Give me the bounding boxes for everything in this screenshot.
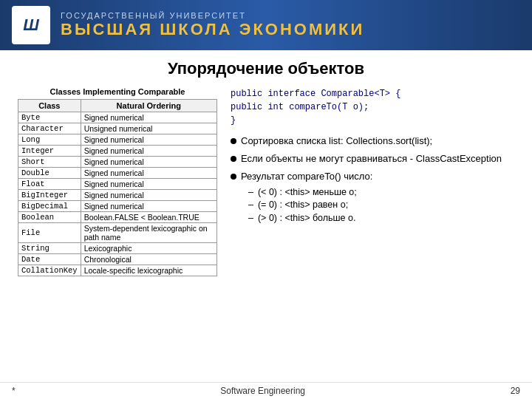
- page-title: Упорядочение объектов: [18, 59, 514, 78]
- bullets-list: Сортировка списка list: Collections.sort…: [231, 134, 514, 225]
- footer-right: 29: [511, 386, 520, 396]
- bullet-dot-icon: [231, 174, 236, 180]
- table-cell-class: CollationKey: [18, 265, 81, 276]
- table-cell-ordering: Locale-specific lexicographic: [81, 265, 216, 276]
- table-section: Classes Implementing Comparable Class Na…: [18, 87, 217, 276]
- table-row: BigIntegerSigned numerical: [18, 190, 217, 201]
- table-cell-ordering: Signed numerical: [81, 146, 216, 157]
- table-row: FloatSigned numerical: [18, 179, 217, 190]
- table-cell-class: Float: [18, 179, 81, 190]
- table-row: ByteSigned numerical: [18, 112, 217, 123]
- main-body: Classes Implementing Comparable Class Na…: [18, 87, 514, 276]
- sub-dash-icon: –: [248, 199, 253, 212]
- comparable-table: Class Natural Ordering ByteSigned numeri…: [18, 99, 217, 276]
- table-row: DoubleSigned numerical: [18, 168, 217, 179]
- table-cell-ordering: Signed numerical: [81, 168, 216, 179]
- table-cell-ordering: Signed numerical: [81, 179, 216, 190]
- bullet-dot-icon: [231, 156, 236, 162]
- bullet-text: Если объекты не могут сравниваться - Cla…: [241, 152, 502, 166]
- table-row: LongSigned numerical: [18, 134, 217, 146]
- code-line-1: public interface Comparable<T> {: [231, 87, 514, 100]
- logo-symbol: Ш: [23, 16, 39, 35]
- content-area: Упорядочение объектов Classes Implementi…: [0, 50, 532, 282]
- table-row: IntegerSigned numerical: [18, 146, 217, 157]
- table-cell-ordering: Signed numerical: [81, 112, 216, 123]
- logo: Ш: [12, 6, 50, 44]
- footer-left: *: [12, 386, 16, 396]
- table-cell-class: Byte: [18, 112, 81, 123]
- table-cell-class: Long: [18, 134, 81, 146]
- table-row: BigDecimalSigned numerical: [18, 201, 217, 212]
- table-cell-class: BigInteger: [18, 190, 81, 201]
- sub-bullet-text: (< 0) : <this> меньше о;: [258, 186, 357, 200]
- table-row: ShortSigned numerical: [18, 157, 217, 168]
- code-line-2: public int compareTo(T o);: [231, 100, 514, 114]
- table-row: StringLexicographic: [18, 243, 217, 254]
- table-caption: Classes Implementing Comparable: [18, 87, 217, 96]
- col-class: Class: [18, 100, 81, 112]
- table-cell-ordering: Unsigned numerical: [81, 123, 216, 134]
- table-row: BooleanBoolean.FALSE < Boolean.TRUE: [18, 212, 217, 223]
- table-cell-ordering: System-dependent lexicographic on path n…: [81, 223, 216, 243]
- table-row: CharacterUnsigned numerical: [18, 123, 217, 134]
- header-text: ГОСУДАРСТВЕННЫЙ УНИВЕРСИТЕТ ВЫСШАЯ ШКОЛА…: [61, 11, 364, 39]
- header-main-text: ВЫСШАЯ ШКОЛА ЭКОНОМИКИ: [61, 20, 364, 39]
- code-block: public interface Comparable<T> { public …: [231, 87, 514, 127]
- table-cell-class: Date: [18, 254, 81, 265]
- sub-dash-icon: –: [248, 186, 253, 200]
- header-top-text: ГОСУДАРСТВЕННЫЙ УНИВЕРСИТЕТ: [61, 11, 364, 20]
- header: Ш ГОСУДАРСТВЕННЫЙ УНИВЕРСИТЕТ ВЫСШАЯ ШКО…: [0, 0, 532, 50]
- table-cell-ordering: Signed numerical: [81, 201, 216, 212]
- sub-bullet-text: (= 0) : <this> равен о;: [258, 199, 348, 212]
- bullet-item: Если объекты не могут сравниваться - Cla…: [231, 152, 514, 166]
- code-line-3: }: [231, 114, 514, 127]
- sub-bullet-item: –(= 0) : <this> равен о;: [248, 199, 372, 212]
- sub-bullet-item: –(< 0) : <this> меньше о;: [248, 186, 372, 200]
- table-row: FileSystem-dependent lexicographic on pa…: [18, 223, 217, 243]
- table-row: DateChronological: [18, 254, 217, 265]
- sub-dash-icon: –: [248, 212, 253, 225]
- table-cell-class: Character: [18, 123, 81, 134]
- col-ordering: Natural Ordering: [81, 100, 216, 112]
- table-cell-class: Boolean: [18, 212, 81, 223]
- table-cell-class: Integer: [18, 146, 81, 157]
- table-cell-class: File: [18, 223, 81, 243]
- sub-bullet-item: –(> 0) : <this> больше о.: [248, 212, 372, 225]
- table-cell-ordering: Signed numerical: [81, 157, 216, 168]
- table-cell-class: String: [18, 243, 81, 254]
- table-cell-class: BigDecimal: [18, 201, 81, 212]
- bullet-item: Сортировка списка list: Collections.sort…: [231, 134, 514, 148]
- table-cell-ordering: Signed numerical: [81, 134, 216, 146]
- table-row: CollationKeyLocale-specific lexicographi…: [18, 265, 217, 276]
- bullet-item: Результат compareTo() число:–(< 0) : <th…: [231, 170, 514, 225]
- bullet-dot-icon: [231, 138, 236, 144]
- bullet-text: Результат compareTo() число:–(< 0) : <th…: [241, 170, 372, 225]
- footer: * Software Engineering 29: [0, 382, 532, 399]
- right-section: public interface Comparable<T> { public …: [231, 87, 514, 225]
- table-cell-class: Double: [18, 168, 81, 179]
- sub-bullet-text: (> 0) : <this> больше о.: [258, 212, 356, 225]
- sub-bullets: –(< 0) : <this> меньше о;–(= 0) : <this>…: [248, 186, 372, 225]
- table-cell-ordering: Chronological: [81, 254, 216, 265]
- table-cell-ordering: Signed numerical: [81, 190, 216, 201]
- bullet-text: Сортировка списка list: Collections.sort…: [241, 134, 432, 148]
- footer-center: Software Engineering: [220, 386, 305, 396]
- table-cell-ordering: Boolean.FALSE < Boolean.TRUE: [81, 212, 216, 223]
- table-cell-class: Short: [18, 157, 81, 168]
- table-cell-ordering: Lexicographic: [81, 243, 216, 254]
